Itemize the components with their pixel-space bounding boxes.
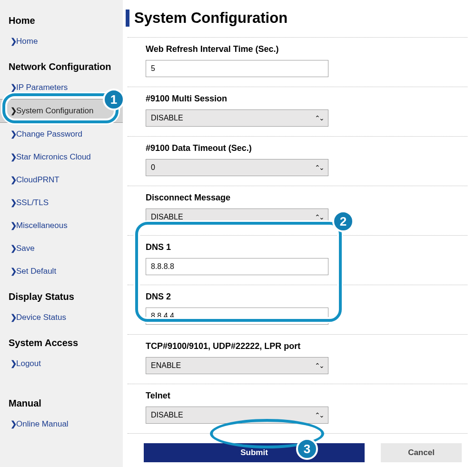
chevron-right-icon: ❯ [10,244,17,253]
chevron-right-icon: ❯ [10,267,17,276]
chevron-right-icon: ❯ [10,359,17,368]
sidebar-item-ssl-tls[interactable]: ❯SSL/TLS [0,191,123,214]
field-data-timeout: #9100 Data Timeout (Sec.) 0 ⌃⌄ [128,136,467,186]
main-content: System Configuration Web Refresh Interva… [123,0,476,467]
chevron-right-icon: ❯ [10,129,17,139]
sidebar-item-label: System Configuration [16,106,94,115]
chevron-right-icon: ❯ [10,37,17,46]
field-label: Web Refresh Interval Time (Sec.) [146,44,467,54]
sidebar-item-home[interactable]: ❯Home [0,30,123,53]
callout-badge-1: 1 [103,89,125,110]
sidebar-item-label: Device Status [16,313,66,322]
sidebar-item-miscellaneous[interactable]: ❯Miscellaneous [0,214,123,237]
field-disconnect-message: Disconnect Message DISABLE ⌃⌄ [128,186,467,235]
sidebar-item-label: Online Manual [16,419,69,428]
sidebar-item-save[interactable]: ❯Save [0,237,123,260]
sidebar-item-label: Home [16,37,38,46]
chevron-right-icon: ❯ [10,175,17,184]
sidebar-group-home: Home [0,7,123,30]
field-web-refresh: Web Refresh Interval Time (Sec.) [128,37,467,87]
sidebar-item-label: Miscellaneous [16,221,68,230]
field-label: Telnet [146,391,467,401]
sidebar-item-set-default[interactable]: ❯Set Default [0,260,123,283]
sidebar-item-label: CloudPRNT [16,175,60,184]
field-label: #9100 Data Timeout (Sec.) [146,143,467,153]
updown-caret-icon: ⌃⌄ [315,114,323,122]
updown-caret-icon: ⌃⌄ [315,362,323,369]
data-timeout-select[interactable]: 0 ⌃⌄ [146,159,328,176]
select-value: ENABLE [151,361,181,370]
sidebar-group-network: Network Configuration [0,53,123,76]
submit-button[interactable]: Submit [144,443,365,462]
updown-caret-icon: ⌃⌄ [315,411,323,419]
sidebar-group-display-status: Display Status [0,283,123,306]
page-title: System Configuration [126,10,467,27]
field-label: #9100 Multi Session [146,94,467,104]
field-label: DNS 2 [146,292,467,302]
chevron-right-icon: ❯ [10,221,17,230]
chevron-right-icon: ❯ [10,313,17,322]
sidebar-item-cloudprnt[interactable]: ❯CloudPRNT [0,169,123,191]
dns1-input[interactable] [146,258,328,275]
sidebar-item-label: SSL/TLS [16,198,49,207]
sidebar-item-star-micronics-cloud[interactable]: ❯Star Micronics Cloud [0,146,123,169]
callout-badge-3: 3 [296,438,318,460]
chevron-right-icon: ❯ [10,152,17,161]
field-telnet: Telnet DISABLE ⌃⌄ [128,384,467,433]
field-label: Disconnect Message [146,193,467,203]
updown-caret-icon: ⌃⌄ [315,213,323,221]
sidebar-item-device-status[interactable]: ❯Device Status [0,306,123,329]
sidebar-group-system-access: System Access [0,329,123,352]
telnet-select[interactable]: DISABLE ⌃⌄ [146,407,328,424]
sidebar-item-label: Set Default [16,267,56,276]
dns2-input[interactable] [146,308,328,325]
disconnect-message-select[interactable]: DISABLE ⌃⌄ [146,209,328,226]
field-label: DNS 1 [146,242,467,252]
sidebar-item-label: Logout [16,359,41,368]
field-label: TCP#9100/9101, UDP#22222, LPR port [146,341,467,351]
web-refresh-input[interactable] [146,60,328,77]
sidebar-item-change-password[interactable]: ❯Change Password [0,123,123,146]
chevron-right-icon: ❯ [10,106,17,115]
sidebar: Home ❯Home Network Configuration ❯IP Par… [0,0,123,467]
sidebar-item-label: Change Password [16,129,82,139]
field-ports: TCP#9100/9101, UDP#22222, LPR port ENABL… [128,334,467,384]
select-value: DISABLE [151,411,183,419]
field-dns1: DNS 1 [128,235,467,285]
field-dns2: DNS 2 [128,285,467,334]
sidebar-item-label: IP Parameters [16,83,68,92]
select-value: DISABLE [151,114,183,122]
sidebar-item-label: Save [16,244,35,253]
sidebar-item-online-manual[interactable]: ❯Online Manual [0,413,123,436]
chevron-right-icon: ❯ [10,419,17,428]
sidebar-group-manual: Manual [0,389,123,413]
chevron-right-icon: ❯ [10,198,17,207]
select-value: DISABLE [151,213,183,221]
updown-caret-icon: ⌃⌄ [315,164,323,171]
sidebar-item-label: Star Micronics Cloud [16,152,91,161]
multi-session-select[interactable]: DISABLE ⌃⌄ [146,109,328,127]
sidebar-item-logout[interactable]: ❯Logout [0,352,123,375]
chevron-right-icon: ❯ [10,83,17,92]
ports-select[interactable]: ENABLE ⌃⌄ [146,357,328,374]
cancel-button[interactable]: Cancel [381,443,462,462]
field-multi-session: #9100 Multi Session DISABLE ⌃⌄ [128,87,467,136]
callout-badge-2: 2 [332,210,354,232]
select-value: 0 [151,163,155,172]
